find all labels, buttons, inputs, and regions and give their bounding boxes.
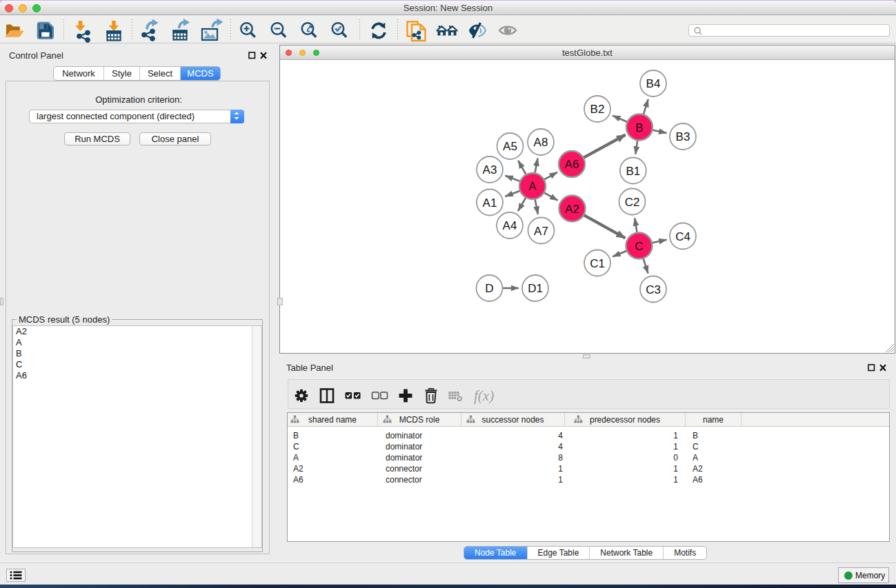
svg-text:D: D (485, 282, 493, 295)
svg-text:A1: A1 (483, 196, 497, 210)
svg-text:A3: A3 (483, 163, 497, 176)
svg-text:C2: C2 (625, 196, 640, 209)
svg-text:C: C (635, 240, 643, 253)
svg-text:C4: C4 (675, 230, 690, 243)
svg-text:A: A (528, 180, 537, 193)
svg-text:A5: A5 (503, 140, 517, 153)
svg-text:A4: A4 (503, 219, 517, 232)
svg-text:B3: B3 (676, 130, 690, 143)
svg-text:A7: A7 (534, 225, 548, 238)
svg-text:B: B (635, 121, 643, 134)
svg-text:A8: A8 (534, 136, 548, 149)
svg-text:C1: C1 (590, 257, 605, 270)
svg-text:D1: D1 (528, 282, 543, 295)
svg-text:A6: A6 (565, 158, 579, 171)
svg-text:B1: B1 (626, 165, 640, 178)
svg-text:B4: B4 (646, 77, 661, 90)
svg-text:A2: A2 (565, 203, 579, 216)
svg-text:f(x): f(x) (474, 387, 494, 404)
svg-text:C3: C3 (646, 283, 661, 296)
svg-text:B2: B2 (590, 103, 605, 116)
